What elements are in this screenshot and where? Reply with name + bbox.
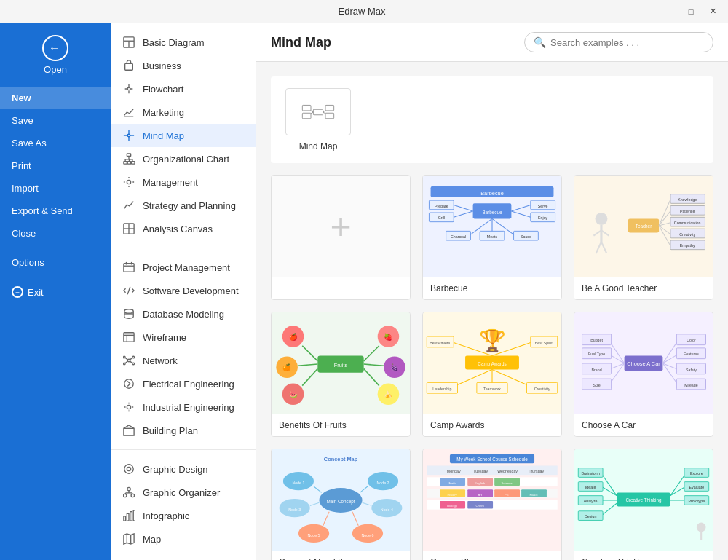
svg-line-234	[601, 473, 617, 496]
cat-flowchart[interactable]: Flowchart	[111, 77, 256, 100]
cat-org-chart[interactable]: Organizational Chart	[111, 147, 256, 170]
sidebar-blue-import[interactable]: Import	[0, 177, 111, 200]
back-button[interactable]: ← Open	[0, 23, 111, 87]
concept-map-card[interactable]: Concept Map Main Concept Node 1 Node 2	[271, 449, 411, 560]
close-button[interactable]: ✕	[703, 4, 722, 19]
creative-thinking-card[interactable]: Creative Thinking Brainstorm Ideate Anal…	[574, 449, 713, 560]
svg-point-48	[127, 487, 130, 490]
sidebar-blue-close[interactable]: Close	[0, 222, 111, 245]
sidebar-blue-export[interactable]: Export & Send	[0, 200, 111, 222]
svg-text:Meats: Meats	[487, 234, 498, 239]
cat-electrical[interactable]: Electrical Engineering	[111, 372, 256, 395]
svg-point-255	[697, 523, 706, 532]
cat-map[interactable]: Map	[111, 527, 256, 551]
strategy-icon	[122, 199, 135, 212]
camp-awards-card[interactable]: 🏆 Camp Awards Best Athlete Best Spirit	[422, 312, 562, 437]
analysis-icon	[122, 222, 135, 235]
svg-rect-31	[124, 333, 134, 342]
svg-rect-58	[133, 510, 135, 521]
cat-basic-diagram[interactable]: Basic Diagram	[111, 31, 256, 54]
cat-marketing[interactable]: Marketing	[111, 100, 256, 124]
cat-database[interactable]: Database Modeling	[111, 302, 256, 326]
svg-text:Node 3: Node 3	[288, 508, 301, 512]
svg-text:Brand: Brand	[592, 368, 602, 372]
main-content: Mind Map 🔍	[256, 23, 728, 560]
svg-point-113	[596, 213, 608, 225]
new-template-thumb: +	[272, 176, 410, 277]
template-area: Mind Map +	[256, 62, 728, 560]
cat-graphic-design[interactable]: Graphic Design	[111, 457, 256, 481]
barbecue-card[interactable]: Barbecue Barbecue Prepare Grill	[422, 175, 562, 300]
cat-analysis[interactable]: Analysis Canvas	[111, 217, 256, 240]
svg-point-38	[132, 363, 135, 365]
category-section-1: Basic Diagram Business Flowchart Marketi…	[111, 23, 256, 248]
map-icon	[122, 532, 135, 545]
cat-software-dev[interactable]: Software Development	[111, 279, 256, 302]
choose-car-card[interactable]: Choose A Car Budget Fuel Type Brand	[574, 312, 713, 437]
window-controls: ─ □ ✕	[660, 4, 722, 19]
title-bar: Edraw Max ─ □ ✕	[0, 0, 728, 23]
cat-network[interactable]: Network	[111, 349, 256, 372]
network-icon	[122, 354, 135, 367]
svg-rect-57	[130, 512, 132, 521]
fruits-thumb: Fruits 🍎 🍓 🍊	[272, 312, 410, 414]
cat-project-mgmt[interactable]: Project Management	[111, 256, 256, 279]
svg-line-249	[670, 486, 686, 496]
restore-button[interactable]: □	[681, 4, 700, 19]
svg-line-41	[125, 361, 128, 363]
database-icon	[122, 307, 135, 320]
svg-rect-24	[124, 264, 134, 272]
cat-mind-map[interactable]: Mind Map	[111, 124, 256, 147]
mind-map-blank-label: Mind Map	[299, 141, 338, 151]
mind-map-blank-card[interactable]: Mind Map	[285, 88, 351, 151]
svg-rect-62	[313, 109, 323, 115]
svg-text:Node 5: Node 5	[308, 533, 320, 537]
sidebar-blue-save-as[interactable]: Save As	[0, 132, 111, 154]
svg-text:Charcoal: Charcoal	[451, 234, 466, 239]
creative-thinking-label: Creative Thinking	[574, 551, 713, 560]
sidebar-blue-options[interactable]: Options	[0, 251, 111, 274]
svg-point-35	[123, 356, 125, 358]
cat-business[interactable]: Business	[111, 54, 256, 77]
good-teacher-card[interactable]: Teacher Knowledge Patience Communication	[574, 175, 713, 300]
svg-text:Empathy: Empathy	[680, 244, 695, 248]
svg-text:🍇: 🍇	[390, 364, 399, 373]
new-template-label	[272, 277, 410, 299]
svg-text:Concept Map: Concept Map	[324, 456, 358, 462]
svg-text:Node 4: Node 4	[381, 508, 393, 512]
svg-text:Camp Awards: Camp Awards	[478, 361, 506, 367]
svg-text:Size: Size	[593, 383, 600, 387]
software-dev-icon	[122, 284, 135, 297]
sidebar-blue-save[interactable]: Save	[0, 109, 111, 132]
cat-management[interactable]: Management	[111, 170, 256, 194]
svg-text:Enjoy: Enjoy	[538, 216, 548, 221]
sidebar-blue-print[interactable]: Print	[0, 154, 111, 177]
search-box[interactable]: 🔍	[524, 32, 713, 52]
svg-text:Color: Color	[687, 338, 696, 342]
cat-building[interactable]: Building Plan	[111, 419, 256, 442]
sidebar-blue-new[interactable]: New	[0, 87, 111, 109]
svg-line-123	[302, 346, 317, 361]
svg-rect-13	[127, 162, 130, 165]
svg-line-171	[662, 340, 678, 363]
new-template-card[interactable]: +	[271, 175, 411, 300]
minimize-button[interactable]: ─	[660, 4, 678, 19]
fruits-card[interactable]: Fruits 🍎 🍓 🍊	[271, 312, 411, 437]
cat-strategy[interactable]: Strategy and Planning	[111, 194, 256, 217]
svg-line-118	[601, 242, 606, 253]
concept-map-thumb: Concept Map Main Concept Node 1 Node 2	[272, 449, 410, 551]
svg-text:Choose A Car: Choose A Car	[627, 360, 660, 367]
basic-diagram-icon	[122, 36, 135, 49]
svg-line-126	[364, 346, 379, 361]
svg-rect-45	[124, 428, 134, 435]
barbecue-thumb: Barbecue Barbecue Prepare Grill	[423, 176, 561, 277]
cat-graphic-org[interactable]: Graphic Organizer	[111, 481, 256, 504]
sidebar-blue-exit[interactable]: – Exit	[0, 280, 111, 304]
search-input[interactable]	[550, 37, 704, 48]
management-icon	[122, 176, 135, 189]
cat-infographic[interactable]: Infographic	[111, 504, 256, 527]
cat-industrial[interactable]: Industrial Engineering	[111, 395, 256, 419]
svg-rect-68	[302, 113, 311, 119]
cat-wireframe[interactable]: Wireframe	[111, 326, 256, 349]
course-plan-card[interactable]: My Week School Course Schedule Monday Tu…	[422, 449, 562, 560]
